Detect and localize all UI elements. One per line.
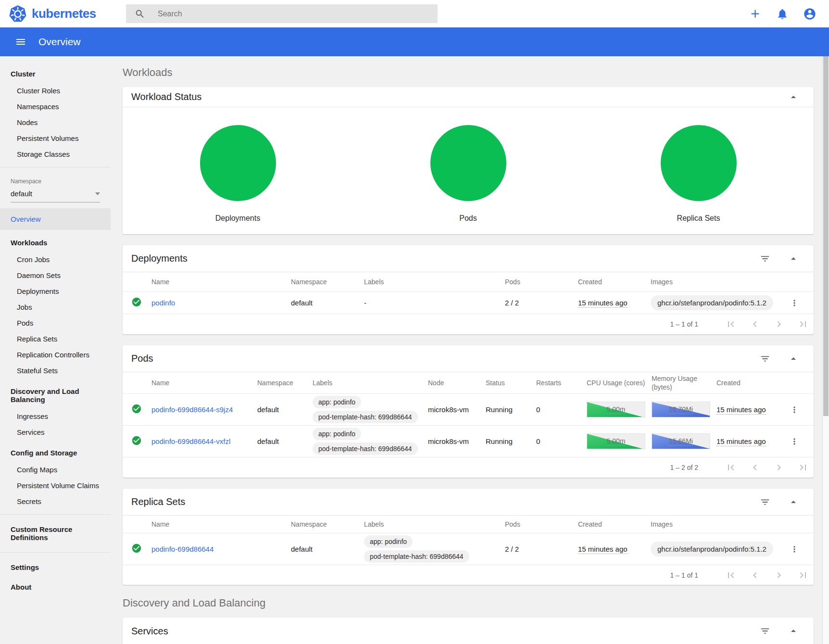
sidebar-item-replica-sets[interactable]: Replica Sets — [0, 331, 111, 347]
sidebar-item-persistent-volume-claims[interactable]: Persistent Volume Claims — [0, 478, 111, 493]
sidebar-item-daemon-sets[interactable]: Daemon Sets — [0, 267, 111, 283]
first-page-button[interactable] — [725, 318, 737, 330]
sidebar-item-settings[interactable]: Settings — [0, 557, 111, 577]
sidebar-item-storage-classes[interactable]: Storage Classes — [0, 146, 111, 162]
column-header-name: Name — [151, 379, 257, 387]
filter-button[interactable] — [760, 253, 770, 264]
prev-page-button[interactable] — [749, 318, 761, 330]
column-header-created: Created — [578, 520, 651, 528]
column-header-pods: Pods — [505, 520, 578, 528]
sidebar-item-nodes[interactable]: Nodes — [0, 114, 111, 130]
filter-button[interactable] — [760, 626, 770, 636]
collapse-button[interactable] — [788, 625, 799, 637]
filter-button[interactable] — [760, 497, 770, 507]
account-button[interactable] — [803, 7, 816, 21]
search-bar[interactable] — [126, 4, 438, 23]
sidebar-item-about[interactable]: About — [0, 577, 111, 597]
last-page-button[interactable] — [797, 569, 809, 581]
cpu-usage-sparkline: 5.00m — [587, 433, 645, 449]
notifications-button[interactable] — [776, 8, 789, 20]
row-menu-button[interactable] — [790, 437, 799, 446]
restarts-cell: 0 — [536, 437, 587, 445]
row-menu-button[interactable] — [790, 405, 799, 415]
sidebar-item-custom-resource-definitions[interactable]: Custom Resource Definitions — [0, 519, 111, 547]
created-relative-time: 15 minutes ago — [578, 545, 628, 554]
chevron-left-icon — [749, 569, 761, 581]
replica-set-name-link[interactable]: podinfo-699d86644 — [151, 545, 214, 553]
workload-status-charts: Deployments Pods Replica Sets — [123, 107, 814, 234]
prev-page-button[interactable] — [749, 569, 761, 581]
collapse-button[interactable] — [788, 253, 799, 265]
memory-usage-sparkline: 16.70Mi — [652, 402, 710, 417]
sidebar-item-deployments[interactable]: Deployments — [0, 283, 111, 299]
first-page-button[interactable] — [725, 569, 737, 581]
chevron-right-icon — [773, 462, 785, 473]
pagination-label: 1 – 1 of 1 — [670, 571, 698, 579]
kubernetes-logo[interactable]: kubernetes — [9, 5, 96, 23]
replica-sets-donut-chart — [661, 125, 737, 201]
filter-icon — [760, 253, 770, 264]
create-button[interactable] — [749, 7, 762, 20]
sidebar-item-services[interactable]: Services — [0, 424, 111, 440]
scrollbar-thumb[interactable] — [823, 56, 829, 416]
sidebar-item-replication-controllers[interactable]: Replication Controllers — [0, 347, 111, 363]
deployment-name-link[interactable]: podinfo — [151, 299, 175, 307]
status-cell: Running — [486, 437, 536, 445]
menu-button[interactable] — [15, 36, 26, 48]
filter-icon — [760, 354, 770, 364]
row-menu-button[interactable] — [790, 544, 799, 554]
created-relative-time: 15 minutes ago — [578, 299, 628, 308]
next-page-button[interactable] — [773, 569, 785, 581]
pod-name-link[interactable]: podinfo-699d86644-s9jz4 — [151, 405, 233, 414]
column-header-namespace: Namespace — [291, 520, 364, 528]
sidebar-item-secrets[interactable]: Secrets — [0, 493, 111, 509]
next-page-button[interactable] — [773, 462, 785, 473]
row-menu-button[interactable] — [790, 298, 799, 308]
sidebar-item-ingresses[interactable]: Ingresses — [0, 408, 111, 424]
sidebar-heading-discovery[interactable]: Discovery and Load Balancing — [0, 382, 111, 408]
sidebar-item-namespaces[interactable]: Namespaces — [0, 99, 111, 114]
sidebar-heading-workloads[interactable]: Workloads — [0, 234, 111, 252]
deployments-card: Deployments Name Namespace Labels — [123, 245, 814, 334]
sidebar-divider — [0, 514, 111, 515]
scrollbar[interactable] — [822, 56, 829, 644]
replica-sets-table-header: Name Namespace Labels Pods Created Image… — [123, 516, 814, 533]
sidebar-item-cron-jobs[interactable]: Cron Jobs — [0, 252, 111, 267]
pod-name-link[interactable]: podinfo-699d86644-vxfzl — [151, 437, 230, 445]
column-header-pods: Pods — [505, 278, 578, 286]
sidebar-item-jobs[interactable]: Jobs — [0, 299, 111, 315]
first-page-button[interactable] — [725, 462, 737, 473]
sidebar-item-pods[interactable]: Pods — [0, 315, 111, 331]
sidebar-item-overview[interactable]: Overview — [0, 208, 111, 230]
prev-page-button[interactable] — [749, 462, 761, 473]
collapse-button[interactable] — [788, 353, 799, 365]
filter-icon — [760, 626, 770, 636]
namespace-select[interactable]: default — [11, 189, 100, 202]
sidebar-item-config-maps[interactable]: Config Maps — [0, 462, 111, 478]
sidebar-heading-cluster[interactable]: Cluster — [0, 65, 111, 83]
column-header-namespace: Namespace — [257, 379, 313, 387]
label-chip: app: podinfo — [364, 535, 413, 548]
column-header-created: Created — [578, 278, 651, 286]
arrow-up-icon — [788, 625, 799, 637]
sidebar-item-persistent-volumes[interactable]: Persistent Volumes — [0, 130, 111, 146]
cpu-usage-sparkline: 5.00m — [587, 402, 645, 417]
replica-sets-pagination: 1 – 1 of 1 — [123, 565, 814, 585]
sidebar-heading-config-storage[interactable]: Config and Storage — [0, 444, 111, 462]
next-page-button[interactable] — [773, 318, 785, 330]
sidebar-item-stateful-sets[interactable]: Stateful Sets — [0, 363, 111, 379]
image-chip: ghcr.io/stefanprodan/podinfo:5.1.2 — [651, 542, 773, 556]
labels-cell: - — [364, 299, 505, 307]
kebab-menu-icon — [790, 437, 799, 446]
chevron-right-icon — [773, 569, 785, 581]
collapse-button[interactable] — [788, 91, 799, 103]
sidebar-item-cluster-roles[interactable]: Cluster Roles — [0, 83, 111, 99]
card-title-replica-sets: Replica Sets — [131, 496, 185, 507]
filter-button[interactable] — [760, 354, 770, 364]
search-input[interactable] — [158, 10, 389, 18]
collapse-button[interactable] — [788, 496, 799, 508]
namespace-value: default — [11, 189, 32, 198]
last-page-button[interactable] — [797, 318, 809, 330]
last-page-button[interactable] — [797, 462, 809, 473]
label-chip: app: podinfo — [313, 428, 361, 440]
